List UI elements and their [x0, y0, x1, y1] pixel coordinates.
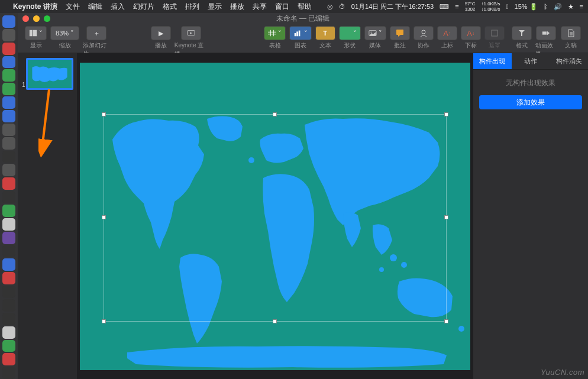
system-stats: 57°C 1302: [465, 2, 476, 12]
dock-item[interactable]: [2, 96, 15, 109]
dock-item[interactable]: [2, 353, 15, 365]
slide[interactable]: [80, 63, 470, 370]
star-icon[interactable]: ★: [568, 3, 574, 11]
keynote-window: 未命名 — 已编辑 ˅ 显示 83% ˅ 缩放 ＋ 添加幻灯片 ▶ 播放 Key…: [18, 13, 588, 379]
menu-share[interactable]: 共享: [253, 2, 267, 12]
dock-item[interactable]: [2, 191, 15, 203]
table-button[interactable]: ˅: [264, 26, 286, 40]
document-label: 文稿: [565, 41, 577, 50]
chart-label: 图表: [295, 41, 306, 50]
collab-button[interactable]: [413, 26, 434, 40]
canvas[interactable]: [77, 53, 473, 379]
dock-item[interactable]: [2, 43, 15, 55]
resize-handle-nw[interactable]: [102, 112, 106, 116]
inspector-body: 无构件出现效果 添加效果: [473, 70, 588, 118]
wifi-icon[interactable]: 􀙇: [506, 3, 509, 10]
format-button[interactable]: [512, 26, 532, 40]
selection-box[interactable]: [104, 114, 447, 322]
menu-extra-icon[interactable]: ≡: [580, 3, 583, 10]
shape-button[interactable]: ˅: [339, 26, 361, 40]
view-button[interactable]: ˅: [25, 26, 47, 40]
zoom-button[interactable]: 83% ˅: [50, 26, 79, 40]
resize-handle-sw[interactable]: [102, 319, 106, 323]
dock-item[interactable]: [2, 177, 15, 190]
chart-button[interactable]: ˅: [289, 26, 311, 40]
menu-edit[interactable]: 编辑: [88, 2, 102, 12]
dock-item[interactable]: [2, 367, 15, 379]
menu-arrange[interactable]: 排列: [185, 2, 199, 12]
play-button[interactable]: ▶: [151, 26, 171, 40]
add-slide-button[interactable]: ＋: [86, 26, 106, 40]
dock-item[interactable]: [2, 164, 15, 176]
menu-bar: Keynote 讲演 文件 编辑 插入 幻灯片 格式 排列 显示 播放 共享 窗…: [0, 0, 588, 13]
minimize-button[interactable]: [33, 15, 40, 22]
dock-item[interactable]: [2, 83, 15, 95]
dock-item[interactable]: [2, 29, 15, 41]
menu-help[interactable]: 帮助: [298, 2, 312, 12]
menu-view[interactable]: 显示: [208, 2, 222, 12]
dock-item[interactable]: [2, 15, 15, 28]
dock-item[interactable]: [2, 232, 15, 244]
slide-thumbnail-1[interactable]: 1: [26, 58, 73, 90]
dock-item[interactable]: [2, 151, 15, 163]
clock-icon[interactable]: ⏱: [339, 3, 345, 10]
maximize-button[interactable]: [44, 15, 50, 22]
tab-action[interactable]: 动作: [512, 53, 550, 69]
dashes-icon: ≡: [455, 3, 458, 10]
tab-build-out[interactable]: 构件消失: [550, 53, 588, 69]
menu-format[interactable]: 格式: [163, 2, 177, 12]
tab-build-in[interactable]: 构件出现: [473, 53, 512, 69]
zoom-label: 缩放: [59, 41, 71, 50]
close-button[interactable]: [22, 15, 29, 22]
keynote-live-button[interactable]: [181, 26, 201, 40]
add-effect-button[interactable]: 添加效果: [479, 95, 582, 109]
dock-item[interactable]: [2, 245, 15, 258]
dock-item[interactable]: [2, 326, 15, 339]
dock-item[interactable]: [2, 205, 15, 217]
text-button[interactable]: T: [315, 26, 335, 40]
superscript-button[interactable]: A↑: [437, 26, 457, 40]
dock-item[interactable]: [2, 218, 15, 231]
slide-number: 1: [22, 82, 25, 88]
resize-handle-n[interactable]: [273, 112, 277, 116]
menu-play[interactable]: 播放: [230, 2, 244, 12]
dock-item[interactable]: [2, 313, 15, 325]
subscript-button[interactable]: A↓: [461, 26, 481, 40]
resize-handle-se[interactable]: [444, 319, 448, 323]
menu-window[interactable]: 窗口: [275, 2, 289, 12]
app-name[interactable]: Keynote 讲演: [13, 2, 57, 12]
keyboard-icon[interactable]: ⌨: [440, 3, 449, 11]
siri-icon[interactable]: ◎: [327, 3, 333, 11]
menu-file[interactable]: 文件: [66, 2, 80, 12]
resize-handle-e[interactable]: [444, 215, 448, 219]
dock-item[interactable]: [2, 137, 15, 150]
table-label: 表格: [269, 41, 281, 50]
text-label: 文本: [319, 41, 331, 50]
menu-slide[interactable]: 幻灯片: [133, 2, 154, 12]
resize-handle-w[interactable]: [102, 215, 106, 219]
bluetooth-icon[interactable]: ᛒ: [544, 3, 548, 10]
battery-status[interactable]: 15% 🔋: [515, 3, 538, 11]
svg-rect-14: [542, 31, 547, 34]
dock-item[interactable]: [2, 110, 15, 122]
media-button[interactable]: ˅: [364, 26, 386, 40]
title-bar: 未命名 — 已编辑: [18, 13, 588, 24]
window-title: 未命名 — 已编辑: [276, 14, 330, 24]
menu-insert[interactable]: 插入: [111, 2, 125, 12]
resize-handle-ne[interactable]: [444, 112, 448, 116]
dock-item[interactable]: [2, 340, 15, 352]
dock-item[interactable]: [2, 69, 15, 82]
collab-label: 协作: [418, 41, 429, 50]
animate-button[interactable]: [536, 26, 556, 40]
resize-handle-s[interactable]: [273, 319, 277, 323]
dock-item[interactable]: [2, 272, 15, 284]
dock-item[interactable]: [2, 258, 15, 271]
dock-item[interactable]: [2, 56, 15, 69]
superscript-label: 上标: [441, 41, 453, 50]
comment-button[interactable]: [390, 26, 410, 40]
document-button[interactable]: [561, 26, 581, 40]
dock-item[interactable]: [2, 286, 15, 298]
dock-item[interactable]: [2, 299, 15, 312]
volume-icon[interactable]: 🔊: [554, 3, 562, 11]
dock-item[interactable]: [2, 124, 15, 136]
